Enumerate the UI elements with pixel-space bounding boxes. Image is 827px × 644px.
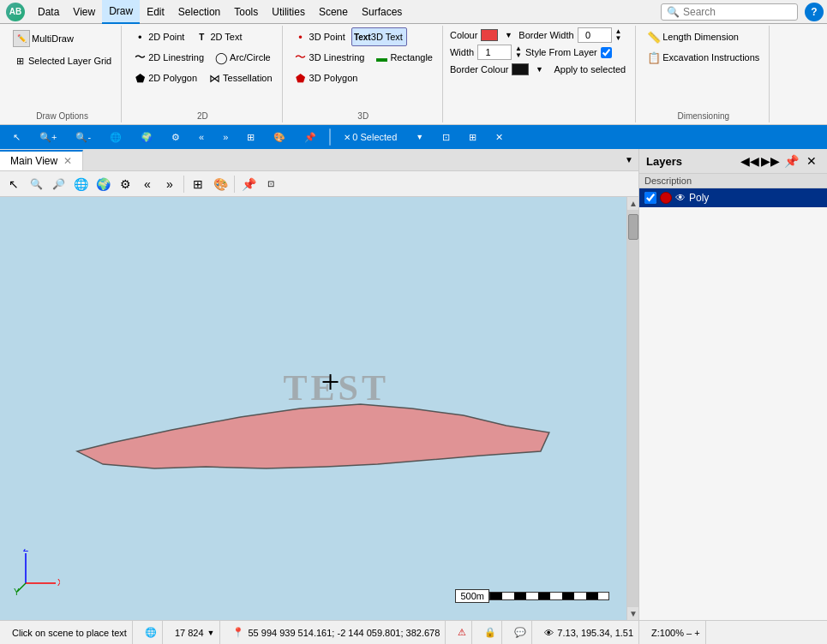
menu-draw[interactable]: Draw	[102, 0, 140, 24]
viewport-dropdown-icon[interactable]: ▼	[623, 153, 635, 166]
vp-next-btn[interactable]: »	[159, 174, 180, 194]
3d-polygon-label: 3D Polygon	[309, 73, 358, 83]
search-input[interactable]	[683, 6, 794, 18]
layers-close-btn[interactable]: ✕	[803, 152, 820, 170]
border-width-input[interactable]	[578, 27, 612, 43]
length-dimension-button[interactable]: 📏 Length Dimension	[643, 27, 743, 46]
zoom-out-tool[interactable]: 🔍-	[69, 129, 97, 146]
scroll-down-arrow[interactable]: ▼	[627, 607, 638, 620]
arc-circle-button[interactable]: ◯ Arc/Circle	[210, 48, 275, 67]
vp-palette-btn[interactable]: 🎨	[210, 174, 231, 194]
viewport-canvas[interactable]: TEST Z X Y	[0, 197, 626, 620]
search-bar[interactable]: 🔍	[661, 3, 798, 21]
multidraw-button[interactable]: ✏️ MultiDraw	[9, 27, 78, 50]
layer-visibility-check[interactable]	[644, 192, 656, 204]
menu-selection[interactable]: Selection	[171, 0, 227, 24]
globe-alt-tool[interactable]: 🌍	[135, 129, 159, 146]
3d-point-button[interactable]: • 3D Point	[290, 27, 350, 46]
pointer-tool[interactable]: ↖	[7, 129, 27, 146]
border-colour-swatch[interactable]	[512, 63, 529, 75]
layer-color-icon	[660, 192, 672, 204]
main-view-tab[interactable]: Main View ✕	[0, 150, 83, 170]
scroll-up-arrow[interactable]: ▲	[627, 197, 638, 210]
2d-group-label: 2D	[129, 110, 276, 121]
gear-tool[interactable]: ⚙	[165, 129, 186, 146]
selection-icon2[interactable]: ⊞	[463, 129, 482, 146]
colour-swatch[interactable]	[481, 29, 498, 41]
rectangle-button[interactable]: ▬ Rectangle	[370, 48, 437, 67]
pin-tool[interactable]: 📌	[298, 129, 322, 146]
next-tool[interactable]: »	[217, 129, 234, 145]
viewport-scrollbar-v[interactable]: ▲ ▼	[626, 197, 638, 620]
vp-extra-btn[interactable]: ⊡	[261, 174, 281, 194]
style-from-layer-checkbox[interactable]	[601, 47, 612, 58]
menu-view[interactable]: View	[66, 0, 102, 24]
tessellation-button[interactable]: ⋈ Tessellation	[203, 69, 276, 87]
2d-linestring-button[interactable]: 〜 2D Linestring	[129, 48, 208, 67]
menu-data[interactable]: Data	[31, 0, 66, 24]
prev-tool[interactable]: «	[193, 129, 210, 145]
3d-group-label: 3D	[290, 110, 437, 121]
draw-options-label: Draw Options	[9, 110, 116, 121]
selection-expand-icon[interactable]: ▼	[410, 130, 429, 144]
style-from-layer-label: Style From Layer	[525, 47, 597, 57]
apply-to-selected-button[interactable]: Apply to selected	[549, 62, 630, 77]
2d-text-button[interactable]: T 2D Text	[190, 27, 246, 46]
vp-zoom-out-btn[interactable]: 🔎	[48, 174, 69, 194]
2d-polygon-button[interactable]: ⬟ 2D Polygon	[129, 69, 201, 87]
vp-settings-btn[interactable]: ⚙	[115, 174, 135, 194]
vp-grid-btn[interactable]: ⊞	[188, 174, 208, 194]
multidraw-icon: ✏️	[13, 30, 30, 47]
palette-tool[interactable]: 🎨	[267, 129, 291, 146]
border-colour-dropdown-icon[interactable]: ▼	[532, 63, 546, 76]
menu-edit[interactable]: Edit	[140, 0, 171, 24]
menu-utilities[interactable]: Utilities	[265, 0, 312, 24]
scroll-track[interactable]	[627, 210, 638, 607]
excavation-instructions-label: Excavation Instructions	[662, 52, 759, 63]
selection-icon1[interactable]: ⊡	[436, 129, 456, 146]
layers-collapse-left[interactable]: ◀◀	[741, 152, 758, 170]
status-lock-icon: 🔒	[479, 621, 502, 644]
vp-globe2-btn[interactable]: 🌍	[93, 174, 113, 194]
selection-icon3[interactable]: ✕	[489, 129, 509, 146]
width-spinner[interactable]: ▲▼	[515, 45, 522, 59]
selected-count-btn[interactable]: ✕ 0 Selected	[338, 129, 403, 145]
scale-ruler	[489, 592, 609, 600]
length-dimension-icon: 📏	[647, 30, 661, 44]
3d-linestring-button[interactable]: 〜 3D Linestring	[290, 48, 369, 67]
excavation-instructions-button[interactable]: 📋 Excavation Instructions	[643, 48, 764, 67]
layers-collapse-right[interactable]: ▶▶	[762, 152, 779, 170]
menu-tools[interactable]: Tools	[227, 0, 265, 24]
menu-scene[interactable]: Scene	[312, 0, 355, 24]
menu-surfaces[interactable]: Surfaces	[355, 0, 409, 24]
layers-pin-btn[interactable]: 📌	[782, 152, 800, 170]
3d-polygon-button[interactable]: ⬟ 3D Polygon	[290, 69, 363, 87]
viewport-wrapper: TEST Z X Y	[0, 197, 638, 620]
grid-tool[interactable]: ⊞	[241, 129, 261, 146]
3d-text-button[interactable]: Text 3D Text	[351, 27, 407, 46]
multidraw-label: MultiDraw	[32, 33, 74, 44]
layer-row-poly[interactable]: 👁 Poly	[639, 188, 827, 207]
colour-dropdown-icon[interactable]: ▼	[501, 28, 515, 42]
status-dropdown[interactable]: 17 824 ▼	[170, 621, 221, 644]
status-message-icon: 💬	[509, 621, 532, 644]
selected-layer-grid-button[interactable]: ⊞ Selected Layer Grid	[9, 51, 116, 70]
layers-header: Layers ◀◀ ▶▶ 📌 ✕	[639, 149, 827, 174]
3d-linestring-icon: 〜	[294, 51, 308, 64]
vp-pointer-btn[interactable]: ↖	[3, 174, 24, 194]
vp-pin-btn[interactable]: 📌	[238, 174, 259, 194]
close-tab-icon[interactable]: ✕	[63, 155, 72, 167]
border-width-spinner[interactable]: ▲▼	[615, 28, 622, 42]
width-label: Width	[450, 47, 474, 57]
border-colour-label: Border Colour	[450, 64, 508, 75]
vp-zoom-in-btn[interactable]: 🔍	[26, 174, 46, 194]
layer-eye-icon: 👁	[675, 192, 686, 204]
vp-globe-btn[interactable]: 🌐	[70, 174, 91, 194]
zoom-in-tool[interactable]: 🔍+	[33, 129, 63, 146]
help-button[interactable]: ?	[805, 3, 824, 21]
width-input[interactable]	[477, 45, 512, 60]
vp-prev-btn[interactable]: «	[137, 174, 158, 194]
2d-point-button[interactable]: • 2D Point	[129, 27, 189, 46]
globe-tool[interactable]: 🌐	[104, 129, 128, 146]
scroll-thumb[interactable]	[628, 214, 638, 240]
